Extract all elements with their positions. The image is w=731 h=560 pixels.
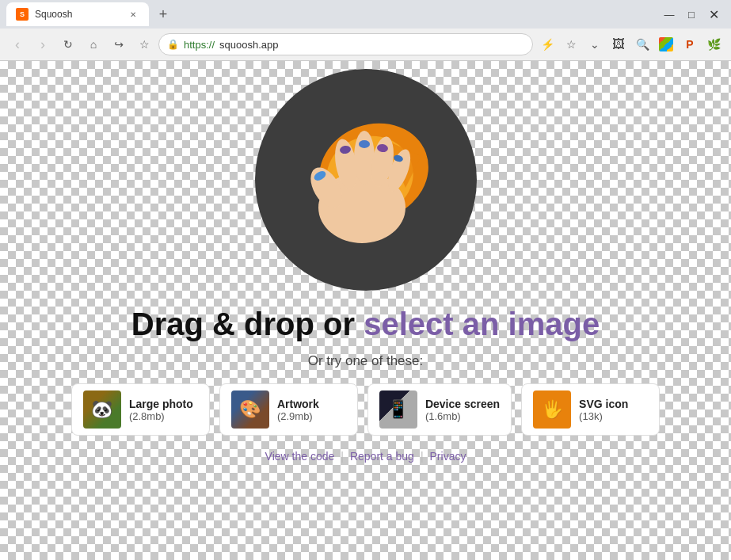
title-bar-controls: — □ ✕ xyxy=(658,3,725,25)
extension-button[interactable]: 🌿 xyxy=(702,33,725,55)
home-icon: ⌂ xyxy=(90,38,97,51)
sample-artwork[interactable]: 🎨 Artwork (2.9mb) xyxy=(219,383,358,436)
browser-chrome: S Squoosh ✕ + — □ ✕ ‹ › ↻ ⌂ ↩ ☆ xyxy=(0,0,731,61)
logo-svg xyxy=(279,93,453,267)
sample-size-art: (2.9mb) xyxy=(277,410,319,422)
forward-icon: › xyxy=(40,36,45,53)
sample-info-art: Artwork (2.9mb) xyxy=(277,398,319,422)
address-bar[interactable]: 🔒 https://squoosh.app xyxy=(158,33,533,55)
sample-svg-icon[interactable]: 🖐 SVG icon (13k) xyxy=(521,383,660,436)
new-tab-button[interactable]: + xyxy=(152,3,174,25)
device-emoji: 📱 xyxy=(387,399,409,420)
sample-name-photo: Large photo xyxy=(129,398,193,410)
view-code-link[interactable]: View the code xyxy=(265,450,335,463)
extension-icon: 🌿 xyxy=(707,38,721,51)
tab-favicon: S xyxy=(16,8,29,21)
footer-sep-1: | xyxy=(341,450,344,463)
lock-icon: 🔒 xyxy=(167,39,179,50)
maximize-button[interactable]: □ xyxy=(680,3,702,25)
url-domain: squoosh.app xyxy=(219,39,278,51)
hero-text-start: Drag & drop or xyxy=(131,307,364,341)
sample-name-device: Device screen xyxy=(425,398,500,410)
minimize-button[interactable]: — xyxy=(658,3,680,25)
art-emoji: 🎨 xyxy=(239,399,261,420)
sample-info-photo: Large photo (2.8mb) xyxy=(129,398,193,422)
search-button[interactable]: 🔍 xyxy=(631,33,653,55)
sample-size-svg: (13k) xyxy=(579,410,628,422)
tab-close-button[interactable]: ✕ xyxy=(127,8,139,21)
collections-button[interactable]: ⌄ xyxy=(584,33,606,55)
sample-name-svg: SVG icon xyxy=(579,398,628,410)
hero-text-highlight: select an image xyxy=(364,307,600,341)
navigation-bar: ‹ › ↻ ⌂ ↩ ☆ 🔒 https://squoosh.app ⚡ ☆ xyxy=(0,29,731,60)
privacy-link[interactable]: Privacy xyxy=(430,450,466,463)
favorites-icon: ☆ xyxy=(566,38,577,51)
back-button[interactable]: ‹ xyxy=(6,33,29,55)
forward-button[interactable]: › xyxy=(32,33,54,55)
sample-thumb-art: 🎨 xyxy=(231,390,269,429)
sample-device-screen[interactable]: 📱 Device screen (1.6mb) xyxy=(367,383,512,436)
footer-links: View the code | Report a bug | Privacy xyxy=(265,450,466,463)
sample-size-photo: (2.8mb) xyxy=(129,410,193,422)
title-bar: S Squoosh ✕ + — □ ✕ xyxy=(0,0,731,29)
hero-text: Drag & drop or select an image xyxy=(131,307,600,342)
msn-icon xyxy=(659,37,673,51)
sample-thumb-photo: 🐼 xyxy=(83,390,121,429)
close-window-button[interactable]: ✕ xyxy=(702,3,725,25)
history-icon: ↩ xyxy=(114,38,124,51)
refresh-button[interactable]: ↻ xyxy=(57,33,79,55)
star-icon: ☆ xyxy=(139,38,150,51)
sample-thumb-svg: 🖐 xyxy=(533,390,571,429)
edge-button[interactable]: P xyxy=(679,33,701,55)
sample-size-device: (1.6mb) xyxy=(425,410,500,422)
photo-emoji: 🐼 xyxy=(91,399,112,420)
svg-emoji: 🖐 xyxy=(542,399,563,420)
history-button[interactable]: ↩ xyxy=(108,33,130,55)
screenshot-icon: 🖼 xyxy=(612,37,625,51)
sample-info-svg: SVG icon (13k) xyxy=(579,398,628,422)
refresh-icon: ↻ xyxy=(63,38,73,51)
screenshot-button[interactable]: 🖼 xyxy=(607,33,630,55)
svg-point-6 xyxy=(354,131,375,185)
bookmark-button[interactable]: ☆ xyxy=(133,33,155,55)
favorites-button[interactable]: ☆ xyxy=(560,33,582,55)
lightning-button[interactable]: ⚡ xyxy=(536,33,558,55)
sample-thumb-device: 📱 xyxy=(379,390,417,429)
search-icon: 🔍 xyxy=(636,38,649,51)
sample-large-photo[interactable]: 🐼 Large photo (2.8mb) xyxy=(71,383,210,436)
msn-button[interactable] xyxy=(655,33,677,55)
report-bug-link[interactable]: Report a bug xyxy=(350,450,414,463)
back-icon: ‹ xyxy=(15,36,20,53)
url-https: https:// xyxy=(184,39,215,51)
nav-right-controls: ⚡ ☆ ⌄ 🖼 🔍 P 🌿 xyxy=(536,33,725,55)
sample-name-art: Artwork xyxy=(277,398,319,410)
tab-title: Squoosh xyxy=(35,9,72,20)
subtext: Or try one of these: xyxy=(308,353,424,369)
lightning-icon: ⚡ xyxy=(541,38,554,51)
footer-sep-2: | xyxy=(421,450,424,463)
svg-point-11 xyxy=(359,140,370,148)
app-logo xyxy=(255,69,477,291)
edge-icon: P xyxy=(686,38,693,51)
collections-icon: ⌄ xyxy=(590,38,600,51)
sample-info-device: Device screen (1.6mb) xyxy=(425,398,500,422)
home-button[interactable]: ⌂ xyxy=(82,33,105,55)
page-content: Drag & drop or select an image Or try on… xyxy=(0,61,731,560)
browser-tab[interactable]: S Squoosh ✕ xyxy=(6,2,149,26)
samples-row: 🐼 Large photo (2.8mb) 🎨 Artwork (2.9mb) … xyxy=(71,383,660,436)
